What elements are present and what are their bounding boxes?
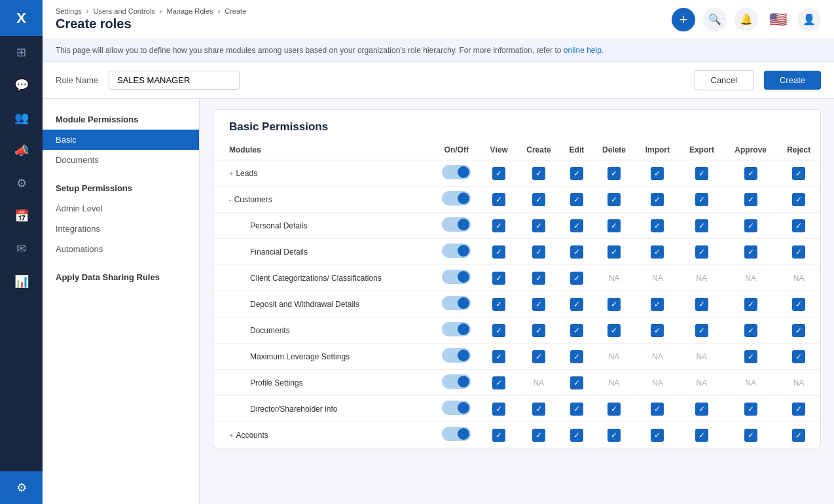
toggle-client-categorizations[interactable]: [442, 270, 471, 284]
perm-cell-check[interactable]: ✓: [517, 422, 560, 448]
expand-icon[interactable]: +: [229, 170, 233, 177]
perm-cell-check[interactable]: ✓: [561, 160, 593, 187]
perm-cell-check[interactable]: ✓: [680, 239, 724, 265]
perm-cell-check[interactable]: ✓: [680, 187, 724, 213]
perm-cell-check[interactable]: ✓: [481, 239, 517, 265]
toggle-cell-accounts[interactable]: [431, 422, 481, 448]
toggle-cell-documents[interactable]: [431, 317, 481, 344]
perm-cell-check[interactable]: ✓: [481, 370, 517, 396]
toggle-cell-profile-settings[interactable]: [431, 370, 481, 396]
perm-cell-check[interactable]: ✓: [636, 317, 680, 344]
sidebar-item-marketing[interactable]: 📣: [0, 134, 43, 167]
perm-cell-check[interactable]: ✓: [724, 317, 777, 344]
toggle-cell-deposit-withdrawal[interactable]: [431, 291, 481, 317]
perm-cell-check[interactable]: ✓: [777, 213, 820, 239]
perm-cell-check[interactable]: ✓: [636, 213, 680, 239]
perm-cell-check[interactable]: ✓: [724, 213, 777, 239]
perm-cell-check[interactable]: ✓: [561, 422, 593, 448]
perm-cell-check[interactable]: ✓: [724, 187, 777, 213]
perm-cell-check[interactable]: ✓: [517, 239, 560, 265]
logo[interactable]: X: [0, 0, 43, 36]
toggle-cell-customers[interactable]: [431, 187, 481, 213]
perm-cell-check[interactable]: ✓: [680, 396, 724, 422]
create-button[interactable]: Create: [764, 71, 821, 90]
perm-cell-check[interactable]: ✓: [777, 160, 820, 187]
perm-cell-check[interactable]: ✓: [481, 422, 517, 448]
toggle-max-leverage[interactable]: [442, 348, 471, 363]
perm-cell-check[interactable]: ✓: [636, 291, 680, 317]
perm-cell-check[interactable]: ✓: [561, 291, 593, 317]
user-button[interactable]: 👤: [797, 8, 821, 31]
perm-cell-check[interactable]: ✓: [481, 213, 517, 239]
nav-item-admin-level[interactable]: Admin Level: [43, 198, 199, 219]
perm-cell-check[interactable]: ✓: [777, 317, 820, 344]
perm-cell-check[interactable]: ✓: [636, 396, 680, 422]
perm-cell-check[interactable]: ✓: [561, 370, 593, 396]
perm-cell-check[interactable]: ✓: [724, 422, 777, 448]
perm-cell-check[interactable]: ✓: [724, 396, 777, 422]
perm-cell-check[interactable]: ✓: [680, 160, 724, 187]
language-button[interactable]: 🇺🇸: [766, 8, 789, 31]
toggle-financial-details[interactable]: [442, 243, 471, 258]
perm-cell-check[interactable]: ✓: [517, 396, 560, 422]
perm-cell-check[interactable]: ✓: [592, 422, 636, 448]
perm-cell-check[interactable]: ✓: [777, 396, 820, 422]
sidebar-item-settings[interactable]: ⚙: [0, 471, 43, 504]
online-help-link[interactable]: online help.: [564, 46, 604, 55]
notification-button[interactable]: 🔔: [734, 8, 758, 31]
perm-cell-check[interactable]: ✓: [481, 265, 517, 291]
perm-cell-check[interactable]: ✓: [517, 213, 560, 239]
perm-cell-check[interactable]: ✓: [517, 317, 560, 344]
toggle-cell-financial-details[interactable]: [431, 239, 481, 265]
perm-cell-check[interactable]: ✓: [724, 344, 777, 370]
perm-cell-check[interactable]: ✓: [481, 344, 517, 370]
toggle-personal-details[interactable]: [442, 217, 471, 232]
perm-cell-check[interactable]: ✓: [561, 239, 593, 265]
perm-cell-check[interactable]: ✓: [592, 187, 636, 213]
perm-cell-check[interactable]: ✓: [636, 187, 680, 213]
perm-cell-check[interactable]: ✓: [777, 239, 820, 265]
perm-cell-check[interactable]: ✓: [561, 187, 593, 213]
cancel-button[interactable]: Cancel: [695, 70, 753, 90]
perm-cell-check[interactable]: ✓: [724, 160, 777, 187]
perm-cell-check[interactable]: ✓: [680, 213, 724, 239]
sidebar-item-mail[interactable]: ✉: [0, 232, 43, 265]
perm-cell-check[interactable]: ✓: [680, 291, 724, 317]
role-name-input[interactable]: [109, 71, 240, 90]
perm-cell-check[interactable]: ✓: [777, 187, 820, 213]
sidebar-item-support[interactable]: ⚙: [0, 167, 43, 200]
perm-cell-check[interactable]: ✓: [561, 265, 593, 291]
perm-cell-check[interactable]: ✓: [636, 239, 680, 265]
toggle-accounts[interactable]: [442, 427, 471, 441]
expand-icon[interactable]: +: [229, 431, 233, 439]
perm-cell-check[interactable]: ✓: [481, 396, 517, 422]
toggle-profile-settings[interactable]: [442, 374, 471, 389]
nav-item-documents[interactable]: Documents: [43, 150, 199, 170]
perm-cell-check[interactable]: ✓: [592, 160, 636, 187]
perm-cell-check[interactable]: ✓: [724, 291, 777, 317]
perm-cell-check[interactable]: ✓: [561, 344, 593, 370]
perm-cell-check[interactable]: ✓: [777, 344, 820, 370]
sidebar-item-dashboard[interactable]: ⊞: [0, 36, 43, 69]
nav-item-integrations[interactable]: Integrations: [43, 219, 199, 239]
perm-cell-check[interactable]: ✓: [517, 265, 560, 291]
toggle-leads[interactable]: [442, 165, 471, 179]
perm-cell-check[interactable]: ✓: [592, 317, 636, 344]
perm-cell-check[interactable]: ✓: [777, 291, 820, 317]
toggle-cell-client-categorizations[interactable]: [431, 265, 481, 291]
perm-cell-check[interactable]: ✓: [636, 160, 680, 187]
perm-cell-check[interactable]: ✓: [724, 239, 777, 265]
toggle-deposit-withdrawal[interactable]: [442, 296, 471, 310]
perm-cell-check[interactable]: ✓: [561, 396, 593, 422]
perm-cell-check[interactable]: ✓: [517, 291, 560, 317]
perm-cell-check[interactable]: ✓: [592, 213, 636, 239]
perm-cell-check[interactable]: ✓: [592, 239, 636, 265]
toggle-cell-leads[interactable]: [431, 160, 481, 187]
expand-icon[interactable]: -: [229, 196, 232, 204]
sidebar-item-reports[interactable]: 📊: [0, 265, 43, 298]
toggle-cell-director-shareholder[interactable]: [431, 396, 481, 422]
nav-item-automations[interactable]: Automations: [43, 239, 199, 259]
perm-cell-check[interactable]: ✓: [777, 422, 820, 448]
toggle-cell-max-leverage[interactable]: [431, 344, 481, 370]
nav-item-basic[interactable]: Basic: [43, 130, 199, 150]
